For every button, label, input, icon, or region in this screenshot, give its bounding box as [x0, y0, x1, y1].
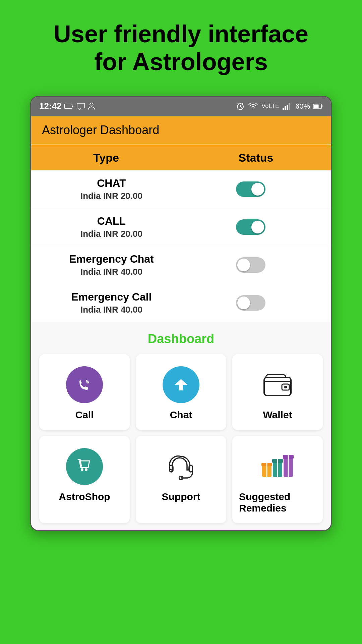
row-name-emergency-chat: Emergency Chat — [42, 253, 181, 265]
svg-marker-17 — [175, 379, 187, 390]
phone-frame: 12:42 VoLTE 60% Astrologer Dashboard Typ… — [30, 96, 332, 531]
network-label: VoLTE — [261, 103, 279, 110]
svg-point-15 — [75, 375, 94, 394]
toggle-call[interactable] — [236, 219, 265, 235]
status-bar: 12:42 VoLTE 60% — [31, 97, 331, 116]
svg-line-7 — [242, 103, 243, 104]
dashboard-card-astroshop[interactable]: AstroShop — [39, 436, 130, 523]
row-type-emergency-call: Emergency Call India INR 40.00 — [42, 291, 181, 315]
table-header: Type Status — [31, 145, 331, 170]
row-status-call[interactable] — [181, 219, 320, 235]
svg-point-22 — [81, 468, 83, 471]
chat-icon-circle — [163, 366, 199, 403]
card-label-wallet: Wallet — [263, 409, 292, 421]
toggle-chat[interactable] — [236, 181, 265, 197]
dashboard-card-remedies[interactable]: Suggested Remedies — [232, 436, 323, 523]
svg-point-2 — [90, 103, 93, 106]
card-label-call: Call — [75, 409, 94, 421]
battery-label: 60% — [295, 102, 310, 111]
status-right: VoLTE 60% — [236, 102, 323, 111]
row-type-chat: CHAT India INR 20.00 — [42, 177, 181, 201]
headline-line2: for Astrologers — [94, 48, 267, 75]
svg-rect-0 — [65, 104, 72, 109]
call-icon — [75, 375, 94, 394]
wallet-icon-wrap — [259, 366, 296, 403]
table-row-call: CALL India INR 20.00 — [31, 208, 331, 246]
row-status-emergency-call[interactable] — [181, 295, 320, 311]
dashboard-card-support[interactable]: Support — [136, 436, 226, 523]
user-icon — [88, 102, 95, 110]
card-label-remedies: Suggested Remedies — [239, 491, 316, 514]
toggle-thumb-emergency-chat — [237, 259, 250, 271]
wifi-icon — [248, 103, 258, 110]
svg-rect-25 — [189, 465, 192, 472]
svg-rect-11 — [289, 103, 290, 110]
status-left: 12:42 — [39, 101, 95, 111]
dashboard-section: Dashboard Call Chat Wallet — [31, 322, 331, 530]
row-price-emergency-call: India INR 40.00 — [42, 305, 181, 315]
card-label-support: Support — [162, 491, 200, 502]
astroshop-icon-circle — [66, 448, 103, 485]
svg-rect-18 — [264, 377, 291, 395]
svg-rect-9 — [285, 106, 286, 110]
wallet-icon — [262, 371, 293, 398]
svg-rect-10 — [287, 105, 288, 110]
table-row-emergency-chat: Emergency Chat India INR 40.00 — [31, 246, 331, 284]
row-status-chat[interactable] — [181, 181, 320, 197]
svg-line-6 — [238, 103, 239, 104]
app-bar: Astrologer Dashboard — [31, 116, 331, 145]
toggle-emergency-chat[interactable] — [236, 257, 265, 273]
col-type-header: Type — [31, 145, 181, 170]
support-icon — [166, 452, 196, 481]
row-name-chat: CHAT — [42, 177, 181, 190]
dashboard-card-chat[interactable]: Chat — [136, 354, 226, 430]
toggle-thumb-emergency-call — [237, 297, 250, 309]
dashboard-grid: Call Chat Wallet AstroShop — [39, 354, 323, 527]
app-bar-title: Astrologer Dashboard — [42, 123, 159, 137]
svg-marker-1 — [72, 105, 73, 107]
svg-rect-24 — [170, 465, 173, 472]
toggle-thumb-call — [251, 221, 264, 233]
svg-rect-14 — [314, 104, 319, 108]
toggle-emergency-call[interactable] — [236, 295, 265, 311]
row-name-call: CALL — [42, 215, 181, 227]
svg-rect-13 — [321, 105, 322, 107]
row-price-chat: India INR 20.00 — [42, 191, 181, 201]
alarm-icon — [236, 102, 245, 111]
row-type-call: CALL India INR 20.00 — [42, 215, 181, 239]
signal-icon — [283, 103, 292, 110]
svg-point-20 — [284, 386, 287, 388]
row-price-emergency-chat: India INR 40.00 — [42, 267, 181, 277]
battery-icon — [313, 104, 323, 109]
table-row-chat: CHAT India INR 20.00 — [31, 170, 331, 208]
card-label-chat: Chat — [170, 409, 192, 421]
dashboard-title: Dashboard — [39, 332, 323, 346]
remedies-icon-wrap — [259, 448, 296, 485]
chat-icon — [171, 374, 191, 395]
support-icon-wrap — [163, 448, 199, 485]
astroshop-icon — [74, 456, 95, 477]
row-status-emergency-chat[interactable] — [181, 257, 320, 273]
col-status-header: Status — [181, 145, 331, 170]
row-type-emergency-chat: Emergency Chat India INR 40.00 — [42, 253, 181, 277]
headline-line1: User friendly interface — [54, 20, 308, 47]
row-price-call: India INR 20.00 — [42, 229, 181, 239]
call-icon-circle — [66, 366, 103, 403]
dashboard-card-call[interactable]: Call — [39, 354, 130, 430]
media-icon — [64, 103, 74, 110]
toggle-thumb-chat — [251, 183, 264, 196]
row-name-emergency-call: Emergency Call — [42, 291, 181, 303]
table-row-emergency-call: Emergency Call India INR 40.00 — [31, 284, 331, 322]
card-label-astroshop: AstroShop — [59, 491, 110, 502]
table-body: CHAT India INR 20.00 CALL India INR 20.0… — [31, 170, 331, 322]
message-icon — [76, 103, 85, 110]
status-time: 12:42 — [39, 101, 62, 111]
svg-rect-8 — [283, 108, 284, 110]
headline: User friendly interface for Astrologers — [0, 0, 362, 89]
svg-line-5 — [240, 107, 242, 107]
svg-point-21 — [74, 457, 95, 477]
svg-point-23 — [85, 468, 87, 471]
dashboard-card-wallet[interactable]: Wallet — [232, 354, 323, 430]
remedies-icon — [261, 451, 294, 482]
